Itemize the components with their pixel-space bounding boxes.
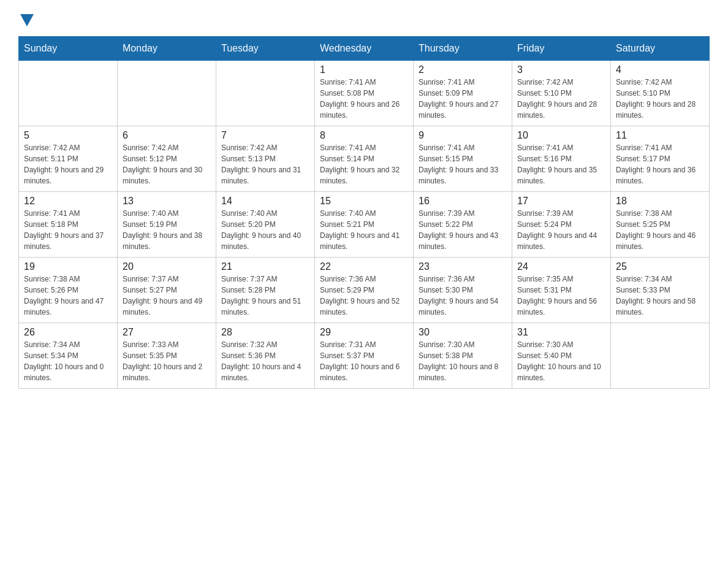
day-number: 11 [616,130,704,141]
calendar-week-row: 26Sunrise: 7:34 AM Sunset: 5:34 PM Dayli… [19,323,710,389]
calendar-weekday-tuesday: Tuesday [216,37,315,61]
calendar-weekday-sunday: Sunday [19,37,118,61]
calendar-day-8: 8Sunrise: 7:41 AM Sunset: 5:14 PM Daylig… [315,126,414,192]
day-number: 19 [24,261,112,272]
calendar-day-14: 14Sunrise: 7:40 AM Sunset: 5:20 PM Dayli… [216,192,315,258]
calendar-week-row: 1Sunrise: 7:41 AM Sunset: 5:08 PM Daylig… [19,61,710,126]
day-info: Sunrise: 7:36 AM Sunset: 5:30 PM Dayligh… [419,274,507,318]
day-number: 6 [123,130,211,141]
day-info: Sunrise: 7:32 AM Sunset: 5:36 PM Dayligh… [221,339,309,383]
day-info: Sunrise: 7:42 AM Sunset: 5:11 PM Dayligh… [24,142,112,186]
calendar-day-18: 18Sunrise: 7:38 AM Sunset: 5:25 PM Dayli… [611,192,710,258]
day-info: Sunrise: 7:37 AM Sunset: 5:28 PM Dayligh… [221,274,309,318]
day-number: 21 [221,261,309,272]
day-info: Sunrise: 7:41 AM Sunset: 5:08 PM Dayligh… [320,77,408,121]
day-info: Sunrise: 7:40 AM Sunset: 5:20 PM Dayligh… [221,208,309,252]
day-info: Sunrise: 7:38 AM Sunset: 5:25 PM Dayligh… [616,208,704,252]
day-info: Sunrise: 7:30 AM Sunset: 5:38 PM Dayligh… [419,339,507,383]
day-info: Sunrise: 7:40 AM Sunset: 5:21 PM Dayligh… [320,208,408,252]
calendar-week-row: 12Sunrise: 7:41 AM Sunset: 5:18 PM Dayli… [19,192,710,258]
day-number: 5 [24,130,112,141]
day-number: 28 [221,327,309,338]
day-number: 7 [221,130,309,141]
calendar-weekday-wednesday: Wednesday [315,37,414,61]
day-number: 31 [517,327,605,338]
logo [18,12,34,26]
day-info: Sunrise: 7:40 AM Sunset: 5:19 PM Dayligh… [123,208,211,252]
calendar-day-16: 16Sunrise: 7:39 AM Sunset: 5:22 PM Dayli… [414,192,512,258]
day-info: Sunrise: 7:41 AM Sunset: 5:16 PM Dayligh… [517,142,605,186]
day-number: 15 [320,196,408,207]
calendar-day-30: 30Sunrise: 7:30 AM Sunset: 5:38 PM Dayli… [414,323,512,389]
calendar-weekday-friday: Friday [512,37,611,61]
day-number: 14 [221,196,309,207]
day-number: 22 [320,261,408,272]
day-info: Sunrise: 7:30 AM Sunset: 5:40 PM Dayligh… [517,339,605,383]
day-number: 27 [123,327,211,338]
day-info: Sunrise: 7:34 AM Sunset: 5:34 PM Dayligh… [24,339,112,383]
calendar-weekday-thursday: Thursday [414,37,512,61]
calendar-day-17: 17Sunrise: 7:39 AM Sunset: 5:24 PM Dayli… [512,192,611,258]
day-number: 2 [419,64,507,75]
calendar-day-28: 28Sunrise: 7:32 AM Sunset: 5:36 PM Dayli… [216,323,315,389]
calendar-empty-cell [216,61,315,126]
calendar-day-6: 6Sunrise: 7:42 AM Sunset: 5:12 PM Daylig… [118,126,216,192]
svg-marker-0 [20,14,34,26]
day-number: 16 [419,196,507,207]
day-number: 17 [517,196,605,207]
day-info: Sunrise: 7:33 AM Sunset: 5:35 PM Dayligh… [123,339,211,383]
calendar-day-26: 26Sunrise: 7:34 AM Sunset: 5:34 PM Dayli… [19,323,118,389]
day-number: 3 [517,64,605,75]
calendar-weekday-saturday: Saturday [611,37,710,61]
calendar-day-5: 5Sunrise: 7:42 AM Sunset: 5:11 PM Daylig… [19,126,118,192]
logo-triangle-icon [20,14,34,26]
day-info: Sunrise: 7:34 AM Sunset: 5:33 PM Dayligh… [616,274,704,318]
day-number: 8 [320,130,408,141]
calendar-day-15: 15Sunrise: 7:40 AM Sunset: 5:21 PM Dayli… [315,192,414,258]
calendar-week-row: 5Sunrise: 7:42 AM Sunset: 5:11 PM Daylig… [19,126,710,192]
day-info: Sunrise: 7:39 AM Sunset: 5:22 PM Dayligh… [419,208,507,252]
calendar-day-31: 31Sunrise: 7:30 AM Sunset: 5:40 PM Dayli… [512,323,611,389]
day-info: Sunrise: 7:35 AM Sunset: 5:31 PM Dayligh… [517,274,605,318]
day-info: Sunrise: 7:42 AM Sunset: 5:10 PM Dayligh… [517,77,605,121]
day-number: 12 [24,196,112,207]
calendar-day-23: 23Sunrise: 7:36 AM Sunset: 5:30 PM Dayli… [414,258,512,323]
calendar-day-27: 27Sunrise: 7:33 AM Sunset: 5:35 PM Dayli… [118,323,216,389]
calendar-day-12: 12Sunrise: 7:41 AM Sunset: 5:18 PM Dayli… [19,192,118,258]
day-number: 24 [517,261,605,272]
calendar-day-24: 24Sunrise: 7:35 AM Sunset: 5:31 PM Dayli… [512,258,611,323]
calendar-day-1: 1Sunrise: 7:41 AM Sunset: 5:08 PM Daylig… [315,61,414,126]
day-number: 13 [123,196,211,207]
day-number: 26 [24,327,112,338]
calendar-day-29: 29Sunrise: 7:31 AM Sunset: 5:37 PM Dayli… [315,323,414,389]
day-info: Sunrise: 7:42 AM Sunset: 5:12 PM Dayligh… [123,142,211,186]
calendar-day-22: 22Sunrise: 7:36 AM Sunset: 5:29 PM Dayli… [315,258,414,323]
day-info: Sunrise: 7:31 AM Sunset: 5:37 PM Dayligh… [320,339,408,383]
day-info: Sunrise: 7:41 AM Sunset: 5:09 PM Dayligh… [419,77,507,121]
page-header [18,12,710,26]
day-number: 9 [419,130,507,141]
calendar-table: SundayMondayTuesdayWednesdayThursdayFrid… [18,36,710,389]
day-info: Sunrise: 7:37 AM Sunset: 5:27 PM Dayligh… [123,274,211,318]
day-number: 1 [320,64,408,75]
calendar-day-13: 13Sunrise: 7:40 AM Sunset: 5:19 PM Dayli… [118,192,216,258]
day-info: Sunrise: 7:41 AM Sunset: 5:14 PM Dayligh… [320,142,408,186]
calendar-day-21: 21Sunrise: 7:37 AM Sunset: 5:28 PM Dayli… [216,258,315,323]
day-number: 10 [517,130,605,141]
day-info: Sunrise: 7:41 AM Sunset: 5:15 PM Dayligh… [419,142,507,186]
calendar-empty-cell [19,61,118,126]
calendar-day-7: 7Sunrise: 7:42 AM Sunset: 5:13 PM Daylig… [216,126,315,192]
calendar-day-19: 19Sunrise: 7:38 AM Sunset: 5:26 PM Dayli… [19,258,118,323]
calendar-weekday-monday: Monday [118,37,216,61]
calendar-header-row: SundayMondayTuesdayWednesdayThursdayFrid… [19,37,710,61]
day-number: 18 [616,196,704,207]
day-number: 4 [616,64,704,75]
day-info: Sunrise: 7:38 AM Sunset: 5:26 PM Dayligh… [24,274,112,318]
calendar-day-3: 3Sunrise: 7:42 AM Sunset: 5:10 PM Daylig… [512,61,611,126]
calendar-day-9: 9Sunrise: 7:41 AM Sunset: 5:15 PM Daylig… [414,126,512,192]
calendar-day-4: 4Sunrise: 7:42 AM Sunset: 5:10 PM Daylig… [611,61,710,126]
calendar-day-20: 20Sunrise: 7:37 AM Sunset: 5:27 PM Dayli… [118,258,216,323]
day-number: 29 [320,327,408,338]
day-number: 20 [123,261,211,272]
calendar-empty-cell [118,61,216,126]
